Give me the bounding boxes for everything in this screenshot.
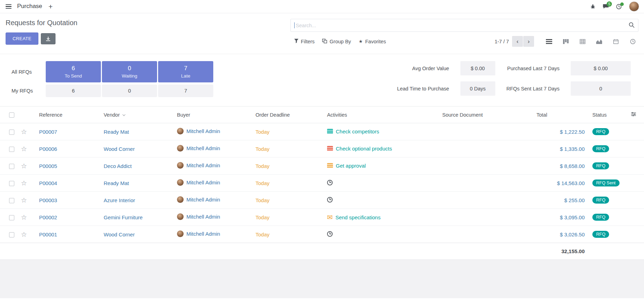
favorite-star-icon[interactable]: ☆: [21, 214, 27, 221]
column-header-vendor[interactable]: Vendor: [101, 107, 174, 123]
user-avatar[interactable]: [629, 1, 639, 12]
activity-label[interactable]: Send specifications: [335, 214, 380, 220]
column-header-source-document[interactable]: Source Document: [439, 107, 534, 123]
column-header-order-deadline[interactable]: Order Deadline: [253, 107, 324, 123]
activity-cell[interactable]: Check optional products: [327, 146, 392, 152]
reference-link[interactable]: P00001: [39, 232, 57, 237]
row-checkbox[interactable]: [9, 164, 14, 169]
buyer-name[interactable]: Mitchell Admin: [186, 128, 220, 134]
activity-cell[interactable]: [327, 180, 335, 185]
activity-cell[interactable]: Get approval: [327, 163, 366, 169]
debug-bug-icon[interactable]: [590, 4, 595, 9]
my-rfq-stat-box[interactable]: 6: [46, 85, 101, 97]
favorite-star-icon[interactable]: ☆: [21, 179, 27, 187]
vendor-link[interactable]: Wood Corner: [104, 232, 135, 237]
activity-icon[interactable]: [327, 146, 333, 151]
rfq-stat-box[interactable]: 6 To Send: [46, 61, 101, 82]
favorite-star-icon[interactable]: ☆: [21, 128, 27, 135]
favorite-star-icon[interactable]: ☆: [21, 162, 27, 170]
buyer-name[interactable]: Mitchell Admin: [186, 197, 220, 203]
pager-previous-button[interactable]: ‹: [512, 36, 523, 47]
activity-icon[interactable]: [327, 129, 333, 134]
table-row[interactable]: ☆ P00003 Azure Interior Mitchell Admin T…: [0, 192, 644, 209]
table-row[interactable]: ☆ P00002 Gemini Furniture Mitchell Admin…: [0, 209, 644, 226]
my-rfq-stat-box[interactable]: 7: [158, 85, 213, 97]
row-checkbox[interactable]: [9, 215, 14, 220]
table-row[interactable]: ☆ P00001 Wood Corner Mitchell Admin Toda…: [0, 226, 644, 243]
vendor-link[interactable]: Ready Mat: [104, 180, 129, 186]
rfq-stat-box[interactable]: 7 Late: [158, 61, 213, 82]
metric-value-box[interactable]: $ 0.00: [571, 61, 631, 75]
vendor-link[interactable]: Azure Interior: [104, 197, 135, 203]
favorite-star-icon[interactable]: ☆: [21, 197, 27, 204]
view-graph-button[interactable]: [593, 36, 605, 47]
optional-columns-icon[interactable]: [631, 112, 636, 118]
column-header-buyer[interactable]: Buyer: [174, 107, 253, 123]
view-calendar-button[interactable]: [610, 36, 622, 47]
reference-link[interactable]: P00004: [39, 180, 57, 186]
group-by-button[interactable]: Group By: [318, 37, 355, 46]
metric-value-box[interactable]: 0 Days: [460, 81, 495, 96]
search-icon[interactable]: [629, 22, 635, 29]
export-download-button[interactable]: [41, 33, 55, 44]
activity-icon[interactable]: [327, 180, 333, 185]
reference-link[interactable]: P00005: [39, 163, 57, 169]
app-name[interactable]: Purchase: [17, 3, 42, 10]
column-header-status[interactable]: Status: [590, 107, 628, 123]
reference-link[interactable]: P00007: [39, 129, 57, 135]
view-pivot-button[interactable]: [577, 36, 588, 47]
activity-cell[interactable]: Send specifications: [327, 214, 380, 221]
buyer-name[interactable]: Mitchell Admin: [186, 145, 220, 151]
favorite-star-icon[interactable]: ☆: [21, 145, 27, 153]
row-checkbox[interactable]: [9, 181, 14, 186]
my-rfq-stat-box[interactable]: 0: [102, 85, 157, 97]
reference-link[interactable]: P00003: [39, 197, 57, 203]
filters-button[interactable]: Filters: [290, 37, 318, 46]
favorites-button[interactable]: ★ Favorites: [355, 37, 390, 46]
activity-cell[interactable]: Check competitors: [327, 129, 379, 134]
row-checkbox[interactable]: [9, 130, 14, 135]
vendor-link[interactable]: Wood Corner: [104, 146, 135, 152]
create-button[interactable]: CREATE: [6, 32, 38, 45]
column-header-activities[interactable]: Activities: [324, 107, 439, 123]
column-header-reference[interactable]: Reference: [36, 107, 101, 123]
view-list-button[interactable]: [543, 36, 555, 47]
search-bar[interactable]: [290, 19, 638, 32]
row-checkbox[interactable]: [9, 198, 14, 203]
buyer-name[interactable]: Mitchell Admin: [186, 231, 220, 237]
table-row[interactable]: ☆ P00007 Ready Mat Mitchell Admin Today …: [0, 123, 644, 140]
activity-cell[interactable]: [327, 197, 335, 203]
add-tab-icon[interactable]: +: [47, 3, 54, 10]
activity-label[interactable]: Check competitors: [336, 129, 379, 134]
view-activity-button[interactable]: [627, 36, 638, 47]
column-header-total[interactable]: Total: [534, 107, 590, 123]
search-input[interactable]: [295, 22, 629, 29]
row-checkbox[interactable]: [9, 232, 14, 237]
buyer-name[interactable]: Mitchell Admin: [186, 162, 220, 168]
activity-label[interactable]: Get approval: [336, 163, 366, 169]
favorite-star-icon[interactable]: ☆: [21, 231, 27, 238]
menu-toggle-icon[interactable]: [5, 3, 12, 10]
buyer-name[interactable]: Mitchell Admin: [186, 179, 220, 185]
activity-icon[interactable]: [327, 214, 333, 221]
vendor-link[interactable]: Ready Mat: [104, 129, 129, 135]
pager-next-button[interactable]: ›: [523, 36, 534, 47]
table-row[interactable]: ☆ P00004 Ready Mat Mitchell Admin Today: [0, 175, 644, 192]
table-row[interactable]: ☆ P00005 Deco Addict Mitchell Admin Toda…: [0, 157, 644, 175]
vendor-link[interactable]: Deco Addict: [104, 163, 132, 169]
rfq-stat-box[interactable]: 0 Waiting: [102, 61, 157, 82]
activity-icon[interactable]: [327, 163, 333, 168]
buyer-name[interactable]: Mitchell Admin: [186, 214, 220, 220]
activity-icon[interactable]: [327, 197, 333, 203]
reference-link[interactable]: P00002: [39, 214, 57, 220]
reference-link[interactable]: P00006: [39, 146, 57, 152]
activity-label[interactable]: Check optional products: [336, 146, 392, 152]
view-kanban-button[interactable]: [560, 36, 571, 47]
activities-clock-icon[interactable]: [616, 4, 622, 9]
metric-value-box[interactable]: $ 0.00: [460, 61, 495, 75]
row-checkbox[interactable]: [9, 147, 14, 152]
activity-cell[interactable]: [327, 231, 335, 237]
messages-icon[interactable]: 5: [603, 4, 609, 9]
table-row[interactable]: ☆ P00006 Wood Corner Mitchell Admin Toda…: [0, 140, 644, 157]
metric-value-box[interactable]: 0: [571, 81, 631, 96]
